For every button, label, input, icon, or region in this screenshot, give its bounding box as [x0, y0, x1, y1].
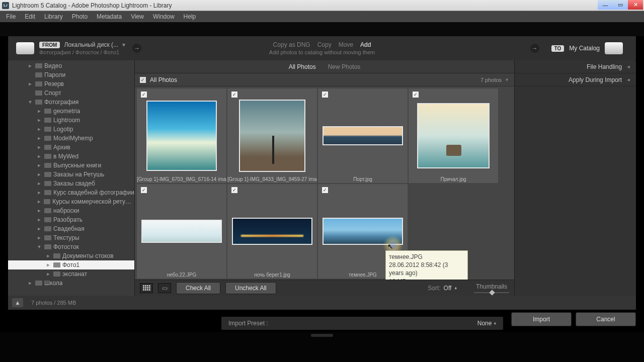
thumbnail-cell[interactable]: ✓[Group 1]-IMG_6703_IMG_6716-14 images..…	[137, 88, 226, 183]
folder-row[interactable]: ▼Фотосток	[8, 242, 134, 251]
disclosure-icon[interactable]: ►	[36, 109, 42, 114]
folder-row[interactable]: ►Заказы свадеб	[8, 179, 134, 188]
disclosure-icon[interactable]: ▼	[36, 244, 42, 249]
to-label[interactable]: My Catalog	[569, 45, 600, 52]
file-handling-section[interactable]: File Handling◄	[515, 60, 636, 73]
cancel-button[interactable]: Cancel	[576, 312, 636, 326]
folder-row[interactable]: ►ModelMyhemp	[8, 134, 134, 143]
disclosure-icon[interactable]: ►	[36, 181, 42, 186]
disclosure-icon[interactable]: ►	[27, 81, 33, 86]
disclosure-icon[interactable]: ►	[36, 226, 42, 231]
folder-row[interactable]: ▼Фотография	[8, 98, 134, 107]
folder-row[interactable]: Спорт	[8, 88, 134, 98]
folder-row[interactable]: ►Фото1	[8, 260, 134, 269]
apply-during-import-section[interactable]: Apply During Import◄	[515, 73, 636, 86]
uncheck-all-button[interactable]: Uncheck All	[225, 282, 276, 294]
thumbnail-checkbox[interactable]: ✓	[322, 92, 328, 98]
from-dropdown-icon[interactable]: ▾	[122, 41, 125, 48]
folder-row[interactable]: ►Logotip	[8, 125, 134, 134]
disclosure-icon[interactable]: ►	[36, 172, 42, 177]
thumbnail-checkbox[interactable]: ✓	[413, 92, 419, 98]
folder-row[interactable]: ►Документы стоков	[8, 251, 134, 260]
folder-row[interactable]: ►наброски	[8, 206, 134, 215]
disclosure-icon[interactable]: ►	[36, 190, 42, 195]
disclosure-icon[interactable]: ►	[36, 136, 42, 141]
disclosure-icon[interactable]: ▼	[27, 100, 33, 105]
disclosure-icon[interactable]: ►	[45, 272, 51, 277]
folder-row[interactable]: ►Архив	[8, 143, 134, 152]
disclosure-icon[interactable]: ►	[36, 208, 42, 213]
menu-metadata[interactable]: Metadata	[93, 12, 126, 21]
thumbnail-cell[interactable]: ✓небо.22.JPG	[137, 184, 226, 279]
menu-help[interactable]: Help	[180, 12, 200, 21]
menu-view[interactable]: View	[127, 12, 148, 21]
thumbnail-cell[interactable]: ✓ночь берег1.jpg	[227, 184, 317, 279]
folder-row[interactable]: ►Курс свадебной фотографии	[8, 188, 134, 197]
disclosure-icon[interactable]: ►	[27, 281, 33, 286]
folder-row[interactable]: ►Свадебная	[8, 224, 134, 233]
thumbnail-checkbox[interactable]: ✓	[141, 187, 147, 193]
folder-row[interactable]: ►Разобрать	[8, 215, 134, 224]
disclosure-icon[interactable]: ►	[36, 163, 42, 168]
menu-window[interactable]: Window	[149, 12, 179, 21]
op-move[interactable]: Move	[339, 41, 353, 48]
maximize-button[interactable]: ▭	[613, 0, 628, 10]
folder-row[interactable]: ►Текстуры	[8, 233, 134, 242]
op-copy-dng[interactable]: Copy as DNG	[273, 41, 310, 48]
import-preset-bar[interactable]: Import Preset : None ♦	[221, 317, 503, 330]
preset-dropdown-icon[interactable]: ♦	[494, 321, 496, 326]
folder-row[interactable]: ►Видео	[8, 61, 134, 70]
grid-view-button[interactable]	[140, 283, 153, 293]
folder-row[interactable]: ►в MyWed	[8, 152, 134, 161]
folder-row[interactable]: ►экспанат	[8, 269, 134, 279]
sort-dropdown-icon[interactable]: ♦	[454, 286, 457, 291]
thumbnail-size-slider[interactable]	[474, 292, 509, 293]
menu-library[interactable]: Library	[40, 12, 67, 21]
disclosure-icon[interactable]: ►	[45, 253, 51, 258]
thumbnail-checkbox[interactable]: ✓	[231, 92, 237, 98]
menu-edit[interactable]: Edit	[21, 12, 39, 21]
menu-photo[interactable]: Photo	[68, 12, 92, 21]
folder-row[interactable]: ►Выпускные книги	[8, 161, 134, 170]
tab-all-photos[interactable]: All Photos	[289, 63, 316, 70]
op-copy[interactable]: Copy	[317, 41, 332, 48]
disclosure-icon[interactable]: ►	[36, 235, 42, 240]
disclosure-icon[interactable]: ►	[45, 262, 51, 267]
folder-row[interactable]: Пароли	[8, 70, 134, 79]
disclosure-icon[interactable]: ►	[36, 145, 42, 150]
section-dropdown-icon[interactable]: ▼	[505, 77, 509, 82]
loupe-view-button[interactable]: ▭	[158, 283, 171, 293]
close-button[interactable]: ✕	[628, 0, 643, 10]
from-path[interactable]: Локальный диск (...	[64, 41, 118, 48]
disclosure-icon[interactable]: ►	[36, 217, 42, 222]
section-checkbox[interactable]: ✓	[140, 77, 146, 83]
expand-up-button[interactable]: ▲	[12, 298, 23, 307]
thumbnail-cell[interactable]: ✓Причал.jpg	[409, 88, 498, 183]
thumbnail-checkbox[interactable]: ✓	[141, 92, 147, 98]
disclosure-icon[interactable]: ►	[27, 63, 33, 68]
disclosure-icon[interactable]: ►	[36, 118, 42, 123]
thumbnail-checkbox[interactable]: ✓	[231, 187, 237, 193]
sort-value[interactable]: Off	[444, 285, 452, 292]
thumbnail-cell[interactable]: ✓Порт.jpg	[318, 88, 408, 183]
source-drive-icon[interactable]	[16, 42, 34, 54]
thumbnail-checkbox[interactable]: ✓	[322, 187, 328, 193]
disclosure-icon[interactable]: ►	[36, 199, 42, 204]
tab-new-photos[interactable]: New Photos	[328, 63, 361, 70]
op-add[interactable]: Add	[360, 41, 371, 48]
check-all-button[interactable]: Check All	[176, 282, 220, 294]
preset-value[interactable]: None	[477, 320, 492, 327]
folder-row[interactable]: ►Lightroom	[8, 116, 134, 125]
folder-row[interactable]: ►Заказы на Ретушь	[8, 170, 134, 179]
breadcrumb[interactable]: Фотография / Фотосток / Фото1	[39, 49, 125, 55]
folder-row[interactable]: ►Школа	[8, 279, 134, 288]
menu-file[interactable]: File	[2, 12, 20, 21]
thumbnail-cell[interactable]: ✓[Group 1]-IMG_8433_IMG_8459-27 images..…	[227, 88, 317, 183]
folder-row[interactable]: ►Резерв	[8, 79, 134, 88]
minimize-button[interactable]: —	[598, 0, 613, 10]
disclosure-icon[interactable]: ►	[36, 154, 42, 159]
dest-drive-icon[interactable]	[605, 42, 623, 54]
folder-row[interactable]: ►geometria	[8, 107, 134, 116]
import-button[interactable]: Import	[511, 312, 572, 326]
disclosure-icon[interactable]: ►	[36, 127, 42, 132]
